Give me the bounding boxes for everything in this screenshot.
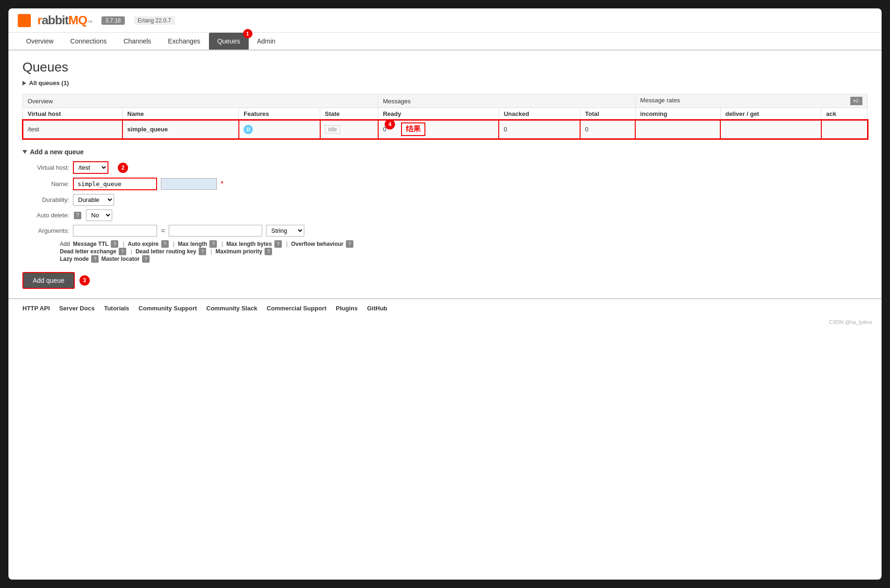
plus-minus-button[interactable]: +/- [850,97,862,105]
footer-github[interactable]: GitHub [367,305,387,312]
nav-admin[interactable]: Admin [249,33,284,50]
name-row: Name: * [22,178,868,190]
arguments-row: Arguments: = StringNumberBoolean [22,225,868,237]
durability-select[interactable]: DurableTransient [73,194,114,206]
page-title: Queues [22,60,868,75]
arguments-value-input[interactable] [169,225,262,237]
master-locator-help[interactable]: ? [142,255,150,263]
col-features: Features [239,108,320,120]
arg-link-overflow-behaviour[interactable]: Overflow behaviour [291,241,344,247]
all-queues-label: All queues (1) [29,79,69,86]
equals-sign: = [161,227,165,235]
table-section-overview: Overview [23,94,378,108]
table-row[interactable]: /test simple_queue D idle 0 4 结果 [23,120,868,139]
queue-table: Overview Messages Message rates +/- Virt… [22,94,868,139]
collapse-arrow-icon [22,150,27,154]
table-section-rates: Message rates +/- [635,94,867,108]
name-input[interactable] [73,178,157,190]
col-unacked: Unacked [499,108,580,120]
arguments-key-input[interactable] [73,225,157,237]
erlang-badge: Erlang 22.0.7 [134,16,175,25]
arg-link-dead-letter-routing-key[interactable]: Dead letter routing key [136,248,196,255]
footer-http-api[interactable]: HTTP API [22,305,50,312]
cell-unacked: 0 [499,120,580,139]
auto-delete-help[interactable]: ? [74,212,81,219]
arg-link-message-ttl[interactable]: Message TTL [73,241,108,247]
name-input-extra[interactable] [161,178,217,190]
expand-arrow-icon [22,81,26,86]
logo-text: rabbitMQ™ [37,13,92,28]
nav-connections[interactable]: Connections [62,33,115,50]
nav-queues[interactable]: Queues 1 [209,33,249,50]
virtual-host-select[interactable]: /test/default [73,161,108,174]
footer: HTTP API Server Docs Tutorials Community… [8,298,882,317]
col-ack: ack [821,108,868,120]
lazy-mode-help[interactable]: ? [91,255,99,263]
durability-label: Durability: [22,196,69,203]
main-nav: Overview Connections Channels Exchanges … [8,33,882,50]
virtual-host-label: Virtual host: [22,164,69,171]
msg-ttl-help[interactable]: ? [111,240,118,248]
col-incoming: incoming [635,108,720,120]
footer-community-support[interactable]: Community Support [138,305,197,312]
auto-delete-row: Auto delete: ? NoYes [22,209,868,221]
max-length-bytes-help[interactable]: ? [274,240,282,248]
cell-feature: D [239,120,320,139]
cell-state: idle [320,120,378,139]
dle-help[interactable]: ? [119,248,126,255]
arg-link-max-length-bytes[interactable]: Max length bytes [226,241,272,247]
arg-link-lazy-mode[interactable]: Lazy mode [60,256,89,262]
nav-channels[interactable]: Channels [115,33,159,50]
max-priority-help[interactable]: ? [265,248,272,255]
arg-link-auto-expire[interactable]: Auto expire [128,241,158,247]
max-length-help[interactable]: ? [209,240,217,248]
queue-table-section: Overview Messages Message rates +/- Virt… [22,94,868,139]
virtual-host-row: Virtual host: /test/default 2 [22,161,868,174]
cell-ready: 0 4 结果 [378,120,499,139]
dlrk-help[interactable]: ? [199,248,206,255]
state-idle: idle [325,125,340,134]
step-2-badge: 2 [118,163,128,173]
step-1-badge: 1 [243,29,252,38]
arg-link-master-locator[interactable]: Master locator [101,256,140,262]
auto-delete-select[interactable]: NoYes [86,209,112,221]
add-queue-container: Add queue 3 [22,272,868,289]
footer-community-slack[interactable]: Community Slack [206,305,257,312]
step-4-badge: 4 [385,119,395,129]
col-state: State [320,108,378,120]
feature-d-badge: D [244,125,253,134]
version-badge: 3.7.18 [101,16,124,25]
add-label: Add [60,241,70,247]
arguments-label: Arguments: [22,227,69,234]
add-queue-button[interactable]: Add queue [22,272,75,289]
arg-links-section: Add Message TTL ? | Auto expire ? | Max … [60,240,868,263]
arg-link-dead-letter-exchange[interactable]: Dead letter exchange [60,248,116,255]
arg-link-max-length[interactable]: Max length [178,241,207,247]
table-section-messages: Messages [378,94,635,108]
auto-delete-label: Auto delete: [22,212,69,219]
arg-link-maximum-priority[interactable]: Maximum priority [215,248,262,255]
section-title: Add a new queue [30,148,84,156]
footer-plugins[interactable]: Plugins [336,305,358,312]
arguments-type-select[interactable]: StringNumberBoolean [266,225,304,237]
auto-expire-help[interactable]: ? [161,240,169,248]
cell-ack [821,120,868,139]
footer-tutorials[interactable]: Tutorials [104,305,129,312]
nav-exchanges[interactable]: Exchanges [159,33,208,50]
main-content: Queues All queues (1) Overview Messages … [8,50,882,298]
nav-overview[interactable]: Overview [18,33,62,50]
all-queues-toggle[interactable]: All queues (1) [22,79,868,86]
name-label: Name: [22,180,69,187]
logo-area: rabbitMQ™ [18,13,92,28]
cell-name: simple_queue [122,120,239,139]
footer-commercial-support[interactable]: Commercial Support [266,305,326,312]
cell-total: 0 [580,120,635,139]
logo-icon [18,14,31,27]
add-queue-header[interactable]: Add a new queue [22,148,868,156]
footer-server-docs[interactable]: Server Docs [59,305,95,312]
col-virtual-host: Virtual host [23,108,122,120]
col-ready: Ready [378,108,499,120]
col-deliver-get: deliver / get [720,108,821,120]
required-star: * [221,180,223,188]
overflow-help[interactable]: ? [346,240,353,248]
